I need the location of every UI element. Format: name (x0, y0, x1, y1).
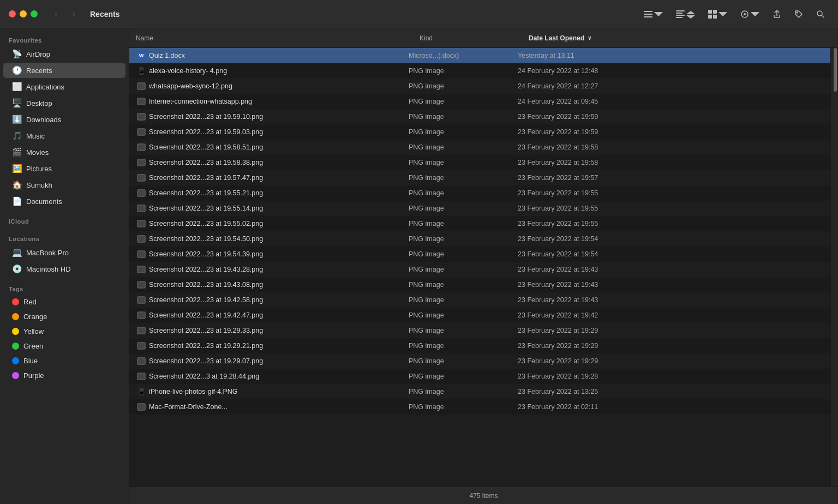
sidebar-item-music[interactable]: 🎵 Music (3, 128, 125, 143)
minimize-button[interactable] (20, 10, 27, 17)
tag-label: Yellow (23, 327, 44, 335)
table-row[interactable]: Screenshot 2022...23 at 19.59.10.pngPNG … (129, 109, 830, 124)
file-name: Screenshot 2022...23 at 19.42.47.png (149, 311, 409, 319)
file-date: 23 February 2022 at 19:29 (518, 327, 828, 334)
tag-label: Blue (23, 357, 38, 365)
table-row[interactable]: Screenshot 2022...23 at 19.54.39.pngPNG … (129, 247, 830, 262)
sidebar-item-tag-yellow[interactable]: Yellow (3, 325, 125, 338)
table-row[interactable]: Screenshot 2022...23 at 19.42.47.pngPNG … (129, 308, 830, 323)
sidebar: Favourites 📡 AirDrop 🕐 Recents ⬜ Applica… (0, 28, 129, 504)
file-date: 24 February 2022 at 12:27 (518, 82, 828, 90)
status-bar: 475 items (129, 487, 838, 504)
file-date: 23 February 2022 at 19:43 (518, 296, 828, 304)
svg-rect-1 (644, 14, 653, 15)
table-row[interactable]: 📱iPhone-live-photos-gif-4.PNGPNG image23… (129, 384, 830, 399)
table-row[interactable]: Internet-connection-whatsapp.pngPNG imag… (129, 94, 830, 109)
file-name: Quiz 1.docx (149, 52, 409, 59)
svg-rect-13 (713, 15, 717, 19)
table-row[interactable]: Screenshot 2022...23 at 19.55.14.pngPNG … (129, 201, 830, 216)
music-icon: 🎵 (12, 131, 22, 141)
svg-rect-12 (708, 15, 712, 19)
list-view-button[interactable] (639, 8, 667, 21)
svg-rect-53 (138, 328, 145, 333)
file-date: 23 February 2022 at 19:58 (518, 159, 828, 166)
file-icon: W (136, 50, 147, 61)
scrollbar-thumb[interactable] (834, 48, 837, 92)
search-button[interactable] (812, 8, 829, 21)
maximize-button[interactable] (31, 10, 38, 17)
table-row[interactable]: 📱alexa-voice-history- 4.pngPNG image24 F… (129, 63, 830, 79)
name-column-header[interactable]: Name (129, 28, 413, 47)
table-row[interactable]: Screenshot 2022...23 at 19.42.58.pngPNG … (129, 292, 830, 308)
main-layout: Favourites 📡 AirDrop 🕐 Recents ⬜ Applica… (0, 28, 838, 504)
sidebar-item-desktop[interactable]: 🖥️ Desktop (3, 95, 125, 111)
file-name: Internet-connection-whatsapp.png (149, 98, 409, 105)
table-row[interactable]: Screenshot 2022...23 at 19.43.08.pngPNG … (129, 277, 830, 292)
chevron-down-icon3 (751, 10, 759, 19)
file-date: 24 February 2022 at 09:45 (518, 98, 828, 105)
svg-line-19 (822, 15, 824, 17)
file-name: Screenshot 2022...23 at 19.43.08.png (149, 281, 409, 289)
file-kind: Microso...(.docx) (409, 52, 518, 59)
table-row[interactable]: Screenshot 2022...23 at 19.57.47.pngPNG … (129, 170, 830, 185)
share-button[interactable] (768, 8, 786, 21)
sidebar-item-pictures[interactable]: 🖼️ Pictures (3, 161, 125, 176)
tag-icon (794, 10, 803, 19)
nav-buttons: ‹ › (49, 7, 81, 22)
sidebar-item-downloads[interactable]: ⬇️ Downloads (3, 112, 125, 127)
grid-view-button[interactable] (704, 8, 732, 21)
table-row[interactable]: Screenshot 2022...23 at 19.43.28.pngPNG … (129, 262, 830, 277)
file-icon (136, 401, 147, 412)
table-row[interactable]: Screenshot 2022...23 at 19.29.07.pngPNG … (129, 353, 830, 369)
file-kind: PNG image (409, 143, 518, 151)
file-date: 23 February 2022 at 19:54 (518, 235, 828, 243)
table-row[interactable]: Mac-Format-Drive-Zone...PNG image23 Febr… (129, 399, 830, 415)
table-row[interactable]: Screenshot 2022...3 at 19.28.44.pngPNG i… (129, 369, 830, 384)
sidebar-item-airdrop[interactable]: 📡 AirDrop (3, 46, 125, 62)
file-name: Screenshot 2022...23 at 19.55.14.png (149, 205, 409, 212)
sidebar-item-tag-green[interactable]: Green (3, 339, 125, 353)
table-row[interactable]: WQuiz 1.docxMicroso...(.docx)Yesterday a… (129, 48, 830, 63)
scrollbar-track[interactable] (830, 48, 838, 487)
table-row[interactable]: Screenshot 2022...23 at 19.58.38.pngPNG … (129, 155, 830, 170)
file-icon (136, 157, 147, 168)
detail-view-button[interactable] (672, 8, 699, 21)
back-button[interactable]: ‹ (49, 7, 64, 22)
file-name: Screenshot 2022...23 at 19.43.28.png (149, 266, 409, 273)
file-date: 23 February 2022 at 19:28 (518, 373, 828, 380)
sidebar-item-tag-red[interactable]: Red (3, 295, 125, 309)
table-row[interactable]: whatsapp-web-sync-12.pngPNG image24 Febr… (129, 79, 830, 94)
sidebar-item-recents[interactable]: 🕐 Recents (3, 63, 125, 78)
toolbar-right (639, 8, 829, 21)
table-row[interactable]: Screenshot 2022...23 at 19.55.21.pngPNG … (129, 185, 830, 201)
group-button[interactable] (736, 8, 764, 21)
file-name: Screenshot 2022...23 at 19.29.07.png (149, 357, 409, 365)
sidebar-item-macbook-pro[interactable]: 💻 MacBook Pro (3, 245, 125, 260)
table-row[interactable]: Screenshot 2022...23 at 19.29.21.pngPNG … (129, 338, 830, 353)
file-list[interactable]: WQuiz 1.docxMicroso...(.docx)Yesterday a… (129, 48, 830, 487)
table-row[interactable]: Screenshot 2022...23 at 19.59.03.pngPNG … (129, 124, 830, 140)
close-button[interactable] (9, 10, 16, 17)
table-row[interactable]: Screenshot 2022...23 at 19.58.51.pngPNG … (129, 140, 830, 155)
sidebar-item-sumukh[interactable]: 🏠 Sumukh (3, 177, 125, 193)
sidebar-item-tag-purple[interactable]: Purple (3, 369, 125, 382)
sidebar-item-movies[interactable]: 🎬 Movies (3, 145, 125, 160)
file-kind: PNG image (409, 266, 518, 273)
date-column-header[interactable]: Date Last Opened ∨ (522, 28, 838, 47)
table-row[interactable]: Screenshot 2022...23 at 19.55.02.pngPNG … (129, 216, 830, 231)
sidebar-item-tag-orange[interactable]: Orange (3, 310, 125, 323)
kind-column-header[interactable]: Kind (413, 28, 522, 47)
sidebar-item-label: Sumukh (26, 181, 52, 189)
table-row[interactable]: Screenshot 2022...23 at 19.29.33.pngPNG … (129, 323, 830, 338)
sidebar-item-documents[interactable]: 📄 Documents (3, 194, 125, 209)
file-icon (136, 233, 147, 244)
forward-button[interactable]: › (66, 7, 81, 22)
sidebar-item-applications[interactable]: ⬜ Applications (3, 79, 125, 94)
table-row[interactable]: Screenshot 2022...23 at 19.54.50.pngPNG … (129, 231, 830, 247)
chevron-down-icon2 (719, 10, 727, 19)
sidebar-item-macintosh-hd[interactable]: 💿 Macintosh HD (3, 261, 125, 277)
file-kind: PNG image (409, 67, 518, 75)
tag-button[interactable] (790, 8, 807, 21)
file-kind: PNG image (409, 373, 518, 380)
sidebar-item-tag-blue[interactable]: Blue (3, 354, 125, 368)
